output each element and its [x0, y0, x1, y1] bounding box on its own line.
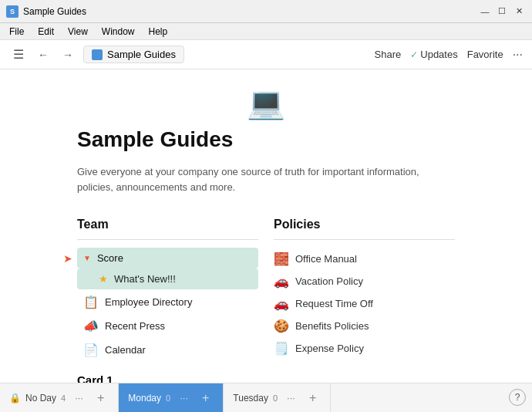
favorite-button[interactable]: Favorite: [467, 49, 503, 60]
menu-view[interactable]: View: [62, 25, 94, 39]
benefits-policies-icon: 🍪: [274, 319, 289, 333]
toolbar-right: Share ✓ Updates Favorite ···: [375, 48, 523, 62]
recent-press-icon: 📣: [83, 319, 99, 333]
policies-section-title: Policies: [274, 218, 455, 231]
policy-item-benefits-policies[interactable]: 🍪 Benefits Policies: [274, 315, 455, 337]
tab-monday-count: 0: [166, 393, 170, 403]
toolbar-left: ☰ ← → Sample Guides: [9, 46, 369, 64]
expense-policy-icon: 🗒️: [274, 341, 289, 356]
forward-button[interactable]: →: [59, 46, 77, 64]
expand-icon: ▼: [83, 254, 91, 262]
tab-monday-label: Monday: [128, 393, 161, 404]
menu-help[interactable]: Help: [143, 25, 174, 39]
request-time-off-icon: 🚗: [274, 296, 289, 311]
menu-file[interactable]: File: [3, 25, 30, 39]
updates-check-icon: ✓: [410, 49, 418, 60]
vacation-policy-icon: 🚗: [274, 274, 289, 289]
maximize-button[interactable]: ☐: [495, 5, 509, 19]
back-button[interactable]: ←: [34, 46, 52, 64]
team-subitem-whatsnew-label: What's New!!!: [114, 273, 176, 285]
title-bar-left: S Sample Guides: [6, 5, 86, 18]
office-manual-icon: 🧱: [274, 252, 289, 266]
team-link-employee-directory[interactable]: 📋 Employee Directory: [77, 291, 258, 313]
page-emoji: 💻: [247, 85, 285, 121]
main-content: 💻 Sample Guides Give everyone at your co…: [0, 69, 532, 383]
team-item-score[interactable]: ➤ ▼ Score: [77, 248, 258, 268]
tab-no-day[interactable]: 🔒 No Day 4 ··· +: [0, 383, 119, 412]
tab-tuesday-label: Tuesday: [233, 393, 268, 404]
laptop-icon: 💻: [77, 85, 455, 121]
tab-tuesday-count: 0: [273, 393, 278, 403]
policy-item-expense-policy[interactable]: 🗒️ Expense Policy: [274, 337, 455, 360]
toolbar: ☰ ← → Sample Guides Share ✓ Updates Favo…: [0, 40, 532, 69]
page-header: 💻 Sample Guides Give everyone at your co…: [0, 69, 532, 218]
menu-bar: File Edit View Window Help: [0, 23, 532, 40]
policy-item-office-manual-label: Office Manual: [295, 253, 357, 265]
no-day-lock-icon: 🔒: [9, 393, 21, 404]
more-options-button[interactable]: ···: [513, 48, 523, 62]
tab-monday-more-button[interactable]: ···: [175, 392, 193, 404]
updates-label: Updates: [420, 49, 457, 60]
page-description: Give everyone at your company one source…: [77, 164, 455, 194]
tab-tuesday-more-button[interactable]: ···: [282, 392, 300, 404]
sidebar-toggle-button[interactable]: ☰: [9, 46, 28, 64]
policies-section: Policies 🧱 Office Manual 🚗 Vacation Poli…: [274, 218, 455, 383]
updates-button[interactable]: ✓ Updates: [410, 49, 457, 60]
tab-monday-add-button[interactable]: +: [197, 391, 214, 405]
policy-item-vacation-policy[interactable]: 🚗 Vacation Policy: [274, 270, 455, 292]
policy-item-expense-policy-label: Expense Policy: [295, 343, 364, 354]
policy-item-office-manual[interactable]: 🧱 Office Manual: [274, 248, 455, 270]
tab-no-day-add-button[interactable]: +: [93, 391, 109, 405]
team-section: Team ➤ ▼ Score ★ What's New!!! 📋 Employe…: [77, 218, 274, 383]
team-item-score-label: Score: [97, 252, 123, 264]
close-button[interactable]: ✕: [512, 5, 526, 19]
team-link-employee-directory-label: Employee Directory: [105, 296, 192, 308]
breadcrumb-label: Sample Guides: [107, 49, 176, 60]
menu-edit[interactable]: Edit: [32, 25, 60, 39]
team-divider: [77, 239, 258, 240]
employee-directory-icon: 📋: [83, 295, 99, 309]
tab-no-day-count: 4: [61, 393, 66, 403]
breadcrumb: Sample Guides: [83, 46, 184, 63]
tab-no-day-more-button[interactable]: ···: [70, 392, 88, 404]
team-link-calendar[interactable]: 📄 Calendar: [77, 339, 258, 361]
team-link-calendar-label: Calendar: [105, 344, 146, 356]
tab-tuesday[interactable]: Tuesday 0 ··· +: [224, 383, 331, 412]
window-controls[interactable]: — ☐ ✕: [478, 5, 526, 19]
team-section-title: Team: [77, 218, 258, 231]
help-button[interactable]: ?: [509, 389, 526, 406]
policy-item-request-time-off[interactable]: 🚗 Request Time Off: [274, 292, 455, 315]
tab-tuesday-add-button[interactable]: +: [305, 391, 321, 405]
policy-item-benefits-policies-label: Benefits Policies: [295, 320, 369, 332]
team-subitem-whatsnew[interactable]: ★ What's New!!!: [77, 268, 258, 289]
window-title: Sample Guides: [23, 6, 86, 17]
team-link-recent-press-label: Recent Press: [105, 320, 165, 332]
bottom-tabs: 🔒 No Day 4 ··· + Monday 0 ··· + Tuesday …: [0, 383, 532, 412]
policy-item-vacation-policy-label: Vacation Policy: [295, 275, 363, 287]
page-icon: [92, 49, 103, 60]
tab-no-day-label: No Day: [25, 393, 56, 404]
menu-window[interactable]: Window: [96, 25, 141, 39]
title-bar: S Sample Guides — ☐ ✕: [0, 0, 532, 23]
star-icon: ★: [99, 273, 108, 285]
policies-divider: [274, 239, 455, 240]
app-icon: S: [6, 5, 19, 18]
tab-monday[interactable]: Monday 0 ··· +: [119, 383, 224, 412]
team-link-recent-press[interactable]: 📣 Recent Press: [77, 315, 258, 337]
minimize-button[interactable]: —: [478, 5, 492, 19]
page-title: Sample Guides: [77, 127, 455, 152]
share-button[interactable]: Share: [375, 49, 402, 60]
policy-item-request-time-off-label: Request Time Off: [295, 298, 373, 309]
two-column-layout: Team ➤ ▼ Score ★ What's New!!! 📋 Employe…: [0, 218, 532, 383]
arrow-indicator: ➤: [63, 252, 72, 265]
card1-title: Card 1: [77, 373, 258, 383]
calendar-icon: 📄: [83, 343, 99, 357]
